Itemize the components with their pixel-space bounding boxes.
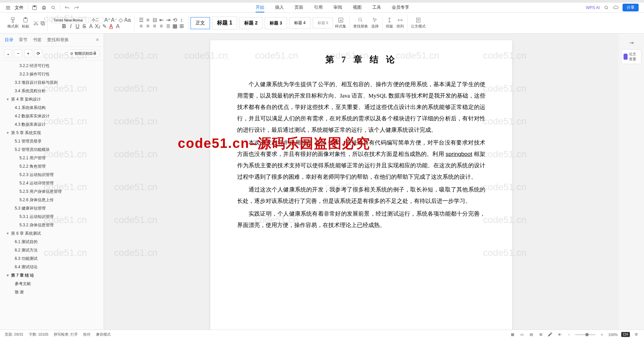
font-subscript-icon[interactable]: X₂ [95,24,100,29]
lang-badge[interactable]: CH [621,332,630,337]
outline-item[interactable]: 5.3.2 身体信息管理 [0,221,104,229]
numbering-icon[interactable]: ≡ [145,17,151,23]
style-h3[interactable]: 标题 3 [265,17,287,29]
style-h4[interactable]: 标题 4 [289,17,311,29]
arrange-v-button[interactable]: 排版 [384,16,394,30]
smart-outline-button[interactable]: ⊙智能识别目录 [67,50,100,57]
eye-icon[interactable]: 👁 [556,332,562,338]
strike-icon[interactable]: S [82,24,87,29]
outline-item[interactable]: 3.2.3 操作可行性 [0,70,104,78]
outline-item[interactable]: 4.2 数据库实体设计 [0,112,104,120]
outline-item[interactable]: 4.1 系统体系结构 [0,104,104,112]
menu-tab-插入[interactable]: 插入 [275,3,284,12]
align-distribute-icon[interactable]: ≣ [165,23,171,29]
outline-item[interactable]: 3.2.2 经济可行性 [0,62,104,70]
clear-format-icon[interactable]: ◇ [118,17,123,23]
mic-icon[interactable]: 🎤 [547,332,553,338]
view-print-icon[interactable]: ▦ [509,332,516,338]
align-right-icon[interactable]: ≡ [152,23,157,29]
style-body[interactable]: 正文 [191,17,210,29]
outline-item[interactable]: 6.4 测试结论 [0,263,104,271]
outline-item[interactable]: 5.2.3 运动知识管理 [0,171,104,179]
search-icon[interactable] [604,5,609,10]
menu-tab-工具[interactable]: 工具 [372,3,381,12]
cut-icon[interactable] [33,20,39,26]
outline-item[interactable]: 5.3 健康评估管理 [0,204,104,213]
align-center-icon[interactable]: ≡ [145,23,151,29]
outline-item[interactable]: 5.2.6 身体信息上传 [0,196,104,204]
style-set-button[interactable]: A 样式集 [334,16,347,30]
tool-refresh[interactable]: ⟳ [34,49,42,57]
menu-icon[interactable] [5,5,11,10]
borders-icon[interactable]: ⊞ [179,23,184,29]
menu-tab-会员专享[interactable]: 会员专享 [392,3,409,12]
collapse-panel-icon[interactable]: ⇥ [629,40,634,46]
preview-icon[interactable] [51,5,56,10]
outline-item[interactable]: 参考文献 [0,280,104,288]
drag-handle-icon[interactable]: ⋮⋮ [224,57,230,61]
view-outline-icon[interactable]: ▤ [528,332,534,338]
outline-item[interactable]: 5.2.5 用户身体信息管理 [0,187,104,196]
zoom-out-icon[interactable]: − [566,332,572,338]
outline-item[interactable]: 5.2.1 用户管理 [0,154,104,162]
outline-item[interactable]: ▾ 第 7 章 结 论 [0,271,104,280]
font-size-select[interactable] [90,17,103,23]
italic-icon[interactable]: I [68,24,73,29]
tool-minus[interactable]: − [14,49,22,57]
sidebar-tab-toc[interactable]: 目录 [5,37,13,43]
bullets-icon[interactable]: ☰ [139,17,144,23]
cloud-icon[interactable] [613,5,619,10]
outline-item[interactable]: 3.3 项目设计目标与原则 [0,78,104,87]
status-proofread[interactable]: 校对 [83,332,91,337]
style-h9[interactable]: 标题 9 [313,17,333,29]
redo-icon[interactable] [74,5,79,10]
increase-indent-icon[interactable]: ⇥ [165,17,171,23]
outline-item[interactable]: ▾ 第 6 章 系统测试 [0,229,104,238]
menu-tab-视图[interactable]: 视图 [353,3,362,12]
select-button[interactable]: 选择 [370,16,380,30]
close-icon[interactable]: × [96,37,99,43]
outline-item[interactable]: 5.2 管理员功能模块 [0,146,104,154]
style-h2[interactable]: 标题 2 [239,17,263,29]
arrange-h-button[interactable]: 排列 [395,16,405,30]
style-h1[interactable]: 标题 1 [212,16,237,30]
align-justify-icon[interactable]: ≡ [159,23,164,29]
share-button[interactable]: 分享 [623,4,639,11]
font-color-icon[interactable]: A [108,24,114,29]
outline-item[interactable]: ▾ 第 4 章 架构设计 [0,95,104,104]
outline-item[interactable]: 5.3.1 运动知识管理 [0,213,104,221]
outline-item[interactable]: 6.3 功能测试 [0,255,104,263]
decrease-font-icon[interactable]: A⁻ [111,17,117,23]
paper-check-button[interactable]: 论文查重 [621,49,641,64]
tool-dropdown[interactable]: ⌄ [4,49,12,57]
document-canvas[interactable]: ⋮⋮ 第 7 章 结 论 个人健康系统为学生提供了公平的、相互包容的、操作方便的… [104,34,619,330]
sidebar-tab-find[interactable]: 查找和替换 [47,37,69,43]
wps-ai[interactable]: WPS AI [586,5,600,10]
underline-icon[interactable]: U [75,24,80,29]
paste-button[interactable]: 粘贴 [20,16,31,30]
case-icon[interactable]: Aa [125,17,130,23]
outline-item[interactable]: 致 谢 [0,288,104,296]
decrease-indent-icon[interactable]: ⇤ [159,17,164,23]
outline-item[interactable]: ▾ 第 5 章 系统实现 [0,129,104,137]
zoom-in-icon[interactable]: + [599,332,605,338]
status-spell[interactable]: 拼写检查: 打开 [54,332,78,337]
increase-font-icon[interactable]: A⁺ [105,17,110,23]
align-left-icon[interactable]: ≡ [139,23,144,29]
menu-tab-页面[interactable]: 页面 [294,3,303,12]
gov-mode-button[interactable]: 公文模式 [410,16,427,30]
sidebar-tab-chapter[interactable]: 章节 [19,37,28,43]
file-menu[interactable]: 文件 [15,5,23,11]
zoom-level[interactable]: 150% [608,333,618,337]
copy-icon[interactable] [40,20,45,26]
outline-item[interactable]: 4.3 数据库表设计 [0,120,104,129]
highlight-icon[interactable]: ✎ [102,24,107,29]
tool-plus[interactable]: + [24,49,32,57]
outline-item[interactable]: 5.2.4 运动详情管理 [0,179,104,187]
line-spacing-icon[interactable]: ↕ [179,17,184,23]
menu-tab-审阅[interactable]: 审阅 [333,3,342,12]
outline-item[interactable]: 5.2.2 角色管理 [0,162,104,171]
mode-icon[interactable]: ⚙ [633,332,639,338]
save-icon[interactable] [32,5,37,10]
status-words[interactable]: 字数: 10105 [29,332,49,337]
